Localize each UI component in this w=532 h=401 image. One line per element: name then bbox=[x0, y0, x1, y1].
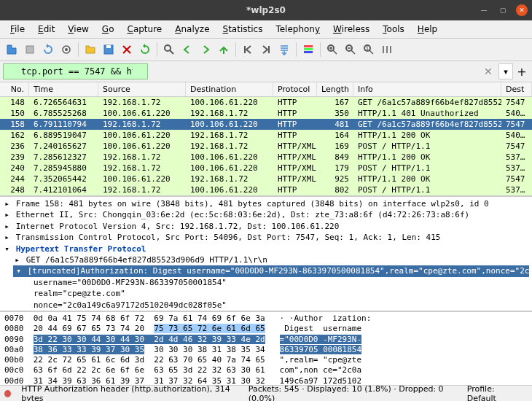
expert-info-icon[interactable] bbox=[4, 390, 11, 397]
stop-capture-button[interactable] bbox=[21, 41, 39, 58]
close-file-button[interactable] bbox=[118, 41, 136, 58]
clear-filter-button[interactable]: ✕ bbox=[484, 66, 494, 76]
status-packets: Packets: 545 · Displayed: 10 (1.8%) · Dr… bbox=[243, 384, 461, 402]
packet-header-row: No. Time Source Destination Protocol Len… bbox=[0, 82, 532, 97]
packet-row[interactable]: 2447.352065442100.106.61.220192.168.1.72… bbox=[0, 174, 532, 184]
status-profile[interactable]: Profile: Default bbox=[461, 384, 528, 402]
col-dst[interactable]: Destination bbox=[186, 82, 273, 96]
find-button[interactable] bbox=[160, 41, 178, 58]
save-button[interactable] bbox=[100, 41, 117, 58]
col-no[interactable]: No. bbox=[0, 82, 29, 96]
zoom-in-button[interactable] bbox=[324, 41, 341, 58]
packet-row[interactable]: 2367.240165627100.106.61.220192.168.1.72… bbox=[0, 141, 532, 152]
col-time[interactable]: Time bbox=[29, 82, 98, 96]
zoom-reset-button[interactable]: 1 bbox=[360, 41, 378, 58]
statusbar: HTTP Authorization header (http.authoriz… bbox=[0, 385, 532, 401]
resize-columns-button[interactable] bbox=[378, 41, 396, 58]
colorize-button[interactable] bbox=[300, 41, 317, 58]
zoom-out-button[interactable] bbox=[342, 41, 359, 58]
svg-rect-7 bbox=[304, 48, 313, 50]
hex-pane[interactable]: 0070 0d 0a 41 75 74 68 6f 72 69 7a 61 74… bbox=[0, 312, 532, 385]
auto-scroll-button[interactable] bbox=[275, 41, 293, 58]
svg-text:1: 1 bbox=[366, 45, 369, 50]
http-protocol-label[interactable]: Hypertext Transfer Protocol bbox=[16, 244, 146, 254]
toggle-icon[interactable]: ▸ bbox=[3, 232, 11, 243]
toolbar: 1 bbox=[0, 39, 532, 61]
start-capture-button[interactable] bbox=[3, 41, 20, 58]
packet-row[interactable]: 1586.791110794192.168.1.72100.106.61.220… bbox=[0, 119, 532, 130]
titlebar: *wlp2s0 — ▢ ✕ bbox=[0, 0, 532, 20]
go-forward-button[interactable] bbox=[197, 41, 214, 58]
col-proto[interactable]: Protocol bbox=[273, 82, 317, 96]
status-field: HTTP Authorization header (http.authoriz… bbox=[15, 384, 243, 402]
col-src[interactable]: Source bbox=[98, 82, 186, 96]
minimize-button[interactable]: — bbox=[478, 4, 490, 16]
menu-telephony[interactable]: Telephony bbox=[270, 22, 326, 36]
menu-help[interactable]: Help bbox=[412, 22, 443, 36]
col-dest[interactable]: Dest bbox=[501, 82, 532, 96]
toggle-icon[interactable]: ▸ bbox=[3, 209, 11, 220]
window-title: *wlp2s0 bbox=[246, 5, 286, 15]
packet-row[interactable]: 1486.726564631192.168.1.72100.106.61.220… bbox=[0, 97, 532, 108]
open-file-button[interactable] bbox=[82, 41, 99, 58]
packet-row[interactable]: 2487.412101064192.168.1.72100.106.61.220… bbox=[0, 184, 532, 195]
go-first-button[interactable] bbox=[239, 41, 257, 58]
auth-header-line[interactable]: [truncated]Authorization: Digest usernam… bbox=[28, 266, 532, 276]
menu-edit[interactable]: Edit bbox=[32, 22, 60, 36]
go-to-packet-button[interactable] bbox=[215, 41, 232, 58]
menu-statistics[interactable]: Statistics bbox=[217, 22, 269, 36]
filter-add-button[interactable]: + bbox=[515, 63, 529, 79]
col-len[interactable]: Length bbox=[317, 82, 353, 96]
svg-rect-0 bbox=[26, 46, 34, 53]
menu-file[interactable]: File bbox=[4, 22, 31, 36]
menu-analyze[interactable]: Analyze bbox=[169, 22, 215, 36]
reload-button[interactable] bbox=[136, 41, 154, 58]
toggle-icon[interactable]: ▸ bbox=[13, 254, 21, 265]
filter-history-button[interactable]: ▾ bbox=[498, 63, 513, 79]
svg-point-2 bbox=[65, 48, 68, 51]
svg-rect-4 bbox=[106, 45, 111, 48]
svg-rect-6 bbox=[304, 45, 313, 47]
svg-point-5 bbox=[165, 45, 171, 51]
menu-tools[interactable]: Tools bbox=[377, 22, 410, 36]
toggle-icon[interactable]: ▾ bbox=[15, 265, 23, 276]
menu-view[interactable]: View bbox=[62, 22, 94, 36]
packet-row[interactable]: 1626.889519047100.106.61.220192.168.1.72… bbox=[0, 130, 532, 141]
packet-list-pane: No. Time Source Destination Protocol Len… bbox=[0, 82, 532, 197]
menu-capture[interactable]: Capture bbox=[121, 22, 168, 36]
menubar: File Edit View Go Capture Analyze Statis… bbox=[0, 20, 532, 39]
maximize-button[interactable]: ▢ bbox=[497, 4, 509, 16]
toggle-icon[interactable]: ▸ bbox=[3, 198, 11, 209]
close-button[interactable]: ✕ bbox=[516, 4, 528, 16]
svg-rect-8 bbox=[304, 51, 313, 53]
packet-row[interactable]: 2407.285945880192.168.1.72100.106.61.220… bbox=[0, 163, 532, 174]
go-back-button[interactable] bbox=[179, 41, 196, 58]
menu-go[interactable]: Go bbox=[96, 22, 120, 36]
filter-bar: ✕ ▾ + bbox=[0, 61, 532, 82]
packet-row[interactable]: 1506.785525268100.106.61.220192.168.1.72… bbox=[0, 108, 532, 119]
capture-options-button[interactable] bbox=[58, 41, 75, 58]
packet-row[interactable]: 2397.285612327192.168.1.72100.106.61.220… bbox=[0, 152, 532, 163]
restart-capture-button[interactable] bbox=[39, 41, 57, 58]
packet-details-pane[interactable]: ▸ Frame 158: 481 bytes on wire (3848 bit… bbox=[0, 197, 532, 312]
toggle-icon[interactable]: ▾ bbox=[3, 244, 11, 254]
col-info[interactable]: Info bbox=[353, 82, 501, 96]
display-filter-input[interactable] bbox=[3, 63, 148, 79]
toggle-icon[interactable]: ▸ bbox=[3, 221, 11, 232]
go-last-button[interactable] bbox=[257, 41, 275, 58]
menu-wireless[interactable]: Wireless bbox=[327, 22, 375, 36]
